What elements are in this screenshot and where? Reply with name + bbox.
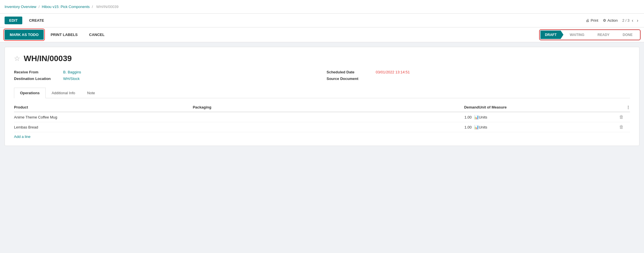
record-title: WH/IN/00039: [24, 54, 72, 63]
unit-2: Units: [479, 125, 613, 129]
action-bar: MARK AS TODO PRINT LABELS CANCEL DRAFT W…: [0, 27, 644, 42]
tab-note[interactable]: Note: [81, 88, 101, 98]
action-button[interactable]: ⚙ Action: [603, 18, 618, 23]
status-done[interactable]: DONE: [617, 31, 639, 39]
receive-from-row: Receive From B. Baggins: [14, 70, 317, 74]
destination-label: Destination Location: [14, 77, 60, 81]
demand-1: 1.00 📊: [371, 115, 479, 119]
breadcrumb-pick[interactable]: Hibou v15: Pick Components: [42, 5, 90, 9]
toolbar-right: 🖨 Print ⚙ Action 2 / 3 ‹ ›: [586, 17, 639, 24]
gear-icon: ⚙: [603, 18, 606, 23]
status-bar: DRAFT WAITING READY DONE: [540, 31, 639, 39]
table-header: Product Packaging Demand Unit of Measure…: [14, 103, 630, 112]
destination-value[interactable]: WH/Stock: [63, 77, 80, 81]
scheduled-date-value[interactable]: 03/01/2022 13:14:51: [376, 70, 410, 74]
breadcrumb: Inventory Overview / Hibou v15: Pick Com…: [5, 5, 120, 9]
source-doc-row: Source Document: [327, 77, 630, 81]
status-waiting[interactable]: WAITING: [564, 31, 591, 39]
breadcrumb-current: WH/IN/00039: [96, 5, 119, 9]
delete-row-2-button[interactable]: 🗑: [613, 125, 630, 130]
scheduled-date-label: Scheduled Date: [327, 70, 372, 74]
tab-additional-info[interactable]: Additional Info: [46, 88, 81, 98]
demand-value-2: 1.00: [464, 125, 471, 129]
pagination-text: 2 / 3: [622, 18, 629, 23]
print-labels-button[interactable]: PRINT LABELS: [46, 30, 82, 39]
printer-icon: 🖨: [586, 18, 589, 23]
breadcrumb-inventory[interactable]: Inventory Overview: [5, 5, 36, 9]
receive-from-value[interactable]: B. Baggins: [63, 70, 81, 74]
status-steps: DRAFT WAITING READY DONE: [540, 31, 639, 39]
col-unit: Unit of Measure: [479, 105, 613, 109]
demand-2: 1.00 📊: [371, 125, 479, 129]
unit-1: Units: [479, 115, 613, 119]
next-button[interactable]: ›: [636, 17, 639, 24]
breadcrumb-bar: Inventory Overview / Hibou v15: Pick Com…: [0, 0, 644, 14]
tab-operations[interactable]: Operations: [14, 88, 46, 98]
chart-icon-1[interactable]: 📊: [474, 115, 479, 119]
fields-grid: Receive From B. Baggins Destination Loca…: [14, 70, 630, 81]
pagination: 2 / 3 ‹ ›: [622, 17, 639, 24]
breadcrumb-sep1: /: [39, 5, 41, 9]
col-product: Product: [14, 105, 193, 109]
edit-button[interactable]: EDIT: [5, 17, 22, 24]
status-ready[interactable]: READY: [592, 31, 616, 39]
record-header: ☆ WH/IN/00039: [14, 54, 630, 63]
print-button[interactable]: 🖨 Print: [586, 18, 598, 23]
prev-button[interactable]: ‹: [631, 17, 634, 24]
create-button[interactable]: CREATE: [25, 17, 49, 24]
col-demand: Demand: [371, 105, 479, 109]
record-card: ☆ WH/IN/00039 Receive From B. Baggins De…: [5, 47, 639, 146]
chart-icon-2[interactable]: 📊: [474, 125, 479, 129]
mark-as-todo-button[interactable]: MARK AS TODO: [5, 30, 44, 40]
destination-row: Destination Location WH/Stock: [14, 77, 317, 81]
table-row: Anime Theme Coffee Mug 1.00 📊 Units 🗑: [14, 112, 630, 122]
source-document-label: Source Document: [327, 77, 372, 81]
tabs: Operations Additional Info Note: [14, 88, 630, 98]
col-packaging: Packaging: [193, 105, 372, 109]
product-name-1: Anime Theme Coffee Mug: [14, 115, 193, 119]
main-toolbar: EDIT CREATE 🖨 Print ⚙ Action 2 / 3 ‹ ›: [0, 14, 644, 27]
field-group-left: Receive From B. Baggins Destination Loca…: [14, 70, 317, 81]
delete-row-1-button[interactable]: 🗑: [613, 115, 630, 120]
favorite-star-icon[interactable]: ☆: [14, 55, 20, 63]
print-label: Print: [591, 18, 598, 23]
product-name-2: Lembas Bread: [14, 125, 193, 129]
field-group-right: Scheduled Date 03/01/2022 13:14:51 Sourc…: [327, 70, 630, 81]
cancel-button[interactable]: CANCEL: [85, 30, 109, 39]
scheduled-date-row: Scheduled Date 03/01/2022 13:14:51: [327, 70, 630, 74]
status-draft[interactable]: DRAFT: [540, 31, 563, 39]
breadcrumb-sep2: /: [92, 5, 94, 9]
add-line-button[interactable]: Add a line: [14, 134, 630, 139]
table-row: Lembas Bread 1.00 📊 Units 🗑: [14, 122, 630, 132]
main-content: ☆ WH/IN/00039 Receive From B. Baggins De…: [0, 42, 644, 150]
action-label: Action: [607, 18, 618, 23]
col-menu[interactable]: ⋮: [613, 105, 630, 109]
demand-value-1: 1.00: [464, 115, 471, 119]
receive-from-label: Receive From: [14, 70, 60, 74]
